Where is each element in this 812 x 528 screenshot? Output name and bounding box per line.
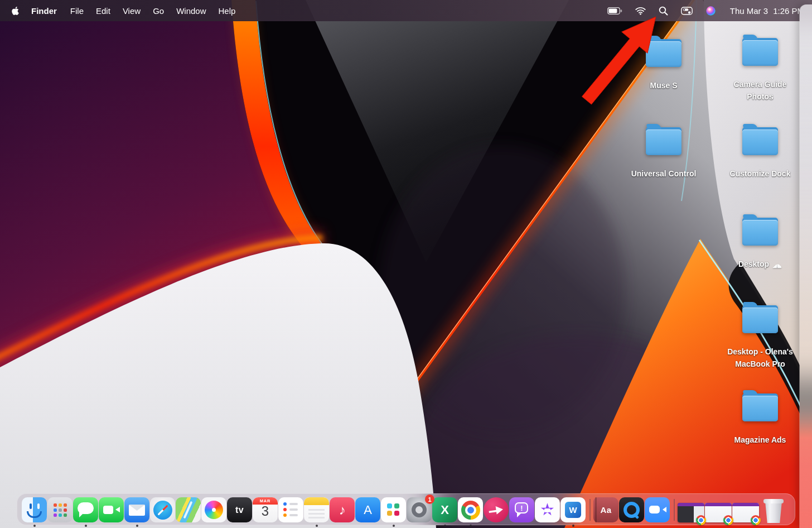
menu-bar: FinderFileEditViewGoWindowHelp Thu Mar 3…: [0, 0, 812, 21]
dock: tvMAR3♪A1X!★WAa: [17, 493, 795, 525]
menu-edit[interactable]: Edit: [90, 6, 117, 16]
menu-view[interactable]: View: [117, 6, 147, 16]
menu-items: FinderFileEditViewGoWindowHelp: [25, 6, 241, 16]
desktop-icon-desktop-olenas-macbook-pro[interactable]: Desktop - Olena's MacBook Pro: [718, 305, 802, 371]
menu-help[interactable]: Help: [212, 6, 242, 16]
dock-facetime-icon[interactable]: [99, 497, 124, 522]
dock-notes-icon[interactable]: [304, 497, 329, 522]
running-indicator: [316, 525, 318, 527]
desktop-icon-camera-guide-photos[interactable]: Camera Guide Photos: [718, 38, 802, 103]
icon-glyph: !: [509, 493, 534, 522]
calendar-day: 3: [253, 503, 278, 519]
dock-finder-icon[interactable]: [22, 497, 47, 522]
spotlight-search-icon[interactable]: [654, 6, 673, 16]
dock-zoomapp-icon[interactable]: [645, 497, 670, 522]
icon-glyph: ★: [535, 496, 560, 522]
folder-icon: [646, 39, 682, 67]
menu-window[interactable]: Window: [170, 6, 212, 16]
folder-icon: [742, 393, 778, 421]
dock-music-icon[interactable]: ♪: [330, 497, 355, 522]
icon-glyph: tv: [227, 497, 252, 522]
dock-separator: [586, 497, 593, 522]
desktop-icon-label: Magazine Ads: [734, 434, 786, 446]
folder-icon: [646, 127, 682, 155]
desktop-icon-magazine-ads[interactable]: Magazine Ads: [718, 393, 802, 446]
icon-glyph: Aa: [593, 497, 618, 522]
running-indicator: [444, 525, 446, 527]
dock-mail-icon[interactable]: [124, 497, 149, 522]
dock-safari-icon[interactable]: [150, 497, 175, 522]
desktop-icon-label: Universal Control: [631, 167, 697, 180]
folder-icon: [742, 218, 778, 246]
dock-sysprefs-icon[interactable]: 1: [407, 497, 432, 522]
dock-maps-icon[interactable]: [176, 497, 201, 522]
dock-launchpad-icon[interactable]: [47, 497, 72, 522]
desktop-icon-desktop[interactable]: Desktop☁↓: [718, 218, 802, 270]
desktop-icon-universal-control[interactable]: Universal Control: [622, 127, 705, 180]
dock-slack-icon[interactable]: [381, 497, 406, 522]
running-indicator: [33, 525, 36, 527]
control-center-icon[interactable]: [676, 7, 697, 15]
chrome-badge-icon: [723, 515, 733, 525]
dock-window-min-icon[interactable]: [705, 503, 732, 522]
menu-bar-clock[interactable]: Thu Mar 31:26 PM: [724, 6, 804, 16]
running-indicator: [470, 525, 472, 527]
dock-separator: [670, 497, 677, 522]
desktop-icon-label: Camera Guide Photos: [721, 78, 799, 103]
desktop-icon-label: Customize Dock: [730, 167, 791, 180]
dock-messages-icon[interactable]: [73, 497, 98, 522]
dock-appletv-icon[interactable]: tv: [227, 497, 252, 522]
dock-skitch-icon[interactable]: [484, 497, 509, 522]
folder-icon: [742, 305, 778, 333]
dock-quicktime-icon[interactable]: [619, 497, 644, 522]
folder-icon: [742, 38, 778, 66]
wifi-icon[interactable]: [631, 7, 650, 15]
menu-file[interactable]: File: [64, 6, 90, 16]
desktop-icon-customize-dock[interactable]: Customize Dock: [718, 127, 802, 180]
running-indicator: [85, 525, 87, 527]
desktop-icon-label: Desktop☁↓: [738, 258, 782, 270]
dock-imovie-icon[interactable]: ★: [535, 497, 560, 522]
running-indicator: [393, 525, 395, 527]
apple-menu-icon[interactable]: [8, 6, 25, 16]
dock-word-icon[interactable]: W: [560, 497, 586, 522]
dock-chrome-icon[interactable]: [458, 497, 483, 522]
menu-go[interactable]: Go: [147, 6, 170, 16]
running-indicator: [572, 525, 574, 527]
chrome-badge-icon: [751, 515, 761, 525]
desktop-icon-label: Muse S: [650, 79, 677, 92]
dock-reminders-icon[interactable]: [278, 497, 303, 522]
clock-date: Thu Mar 3: [730, 6, 768, 16]
dock-appstore-icon[interactable]: A: [355, 497, 380, 522]
dock-dictionary-icon[interactable]: Aa: [593, 497, 618, 522]
calendar-month: MAR: [253, 498, 278, 503]
chrome-badge-icon: [696, 515, 706, 525]
dock-calendar-icon[interactable]: MAR3: [253, 497, 278, 522]
icon-glyph: W: [560, 497, 586, 522]
desktop-icon-label: Desktop - Olena's MacBook Pro: [718, 345, 802, 371]
dock-trash-icon[interactable]: [762, 497, 785, 523]
dock-window-min-icon[interactable]: [678, 503, 704, 522]
icon-glyph: A: [355, 497, 380, 522]
icloud-download-icon: ☁↓: [772, 260, 782, 270]
dock-alertchat-icon[interactable]: !: [509, 497, 534, 522]
running-indicator: [136, 525, 138, 527]
notification-badge: 1: [425, 495, 434, 504]
icon-glyph: ♪: [330, 497, 355, 522]
dock-excel-icon[interactable]: X: [432, 497, 457, 522]
siri-icon[interactable]: [701, 6, 721, 16]
battery-icon[interactable]: [603, 7, 627, 15]
dock-photos-icon[interactable]: [201, 497, 226, 522]
menu-finder[interactable]: Finder: [25, 6, 64, 16]
desktop-icon-muse-s[interactable]: Muse S: [622, 39, 705, 92]
dock-window-min-icon[interactable]: [732, 503, 759, 522]
icon-glyph: X: [432, 497, 457, 522]
folder-icon: [742, 127, 778, 155]
window-edge-panel[interactable]: [800, 4, 812, 528]
